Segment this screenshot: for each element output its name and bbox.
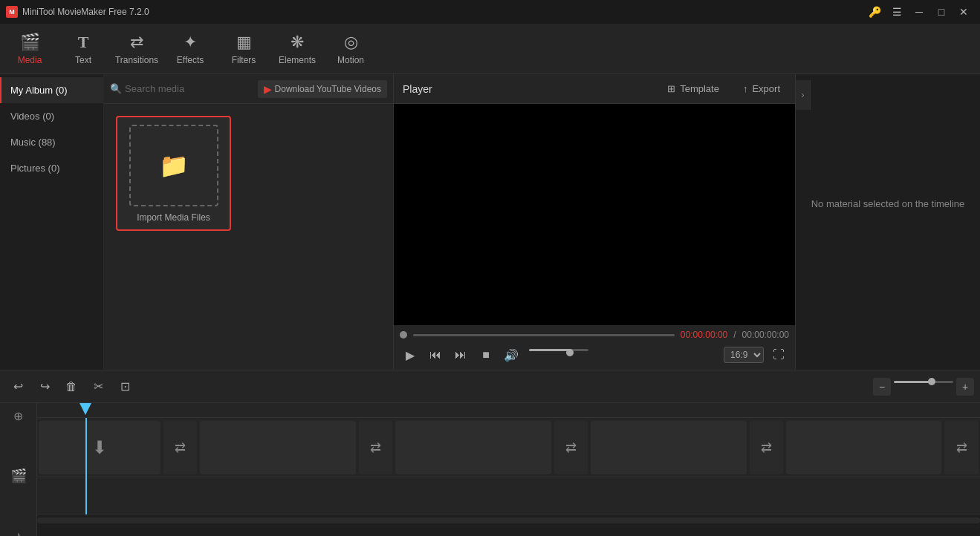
fullscreen-button[interactable]: ⛶ (768, 344, 789, 365)
transition-icon: ⇄ (565, 439, 577, 456)
youtube-download-button[interactable]: ▶ Download YouTube Videos (258, 80, 387, 98)
total-time: 00:00:00:00 (742, 330, 789, 340)
timeline-transition-0[interactable]: ⇄ (163, 421, 198, 474)
playhead-marker (79, 403, 91, 415)
toolbar-item-motion[interactable]: ◎ Motion (324, 26, 377, 72)
sidebar: My Album (0) Videos (0) Music (88) Pictu… (0, 74, 104, 370)
undo-button[interactable]: ↩ (6, 375, 30, 399)
maximize-button[interactable]: □ (931, 1, 952, 22)
toolbar-item-filters[interactable]: ▦ Filters (217, 26, 270, 72)
timeline-tracks-container: ⬇ ⇄ ⇄ ⇄ (37, 418, 980, 514)
timeline-transition-2[interactable]: ⇄ (554, 421, 588, 474)
progress-bar-container: 00:00:00:00 / 00:00:00:00 (400, 330, 789, 340)
player-title: Player (403, 83, 432, 95)
zoom-slider-thumb (928, 378, 935, 385)
timeline-transition-1[interactable]: ⇄ (359, 421, 393, 474)
menu-button[interactable]: ☰ (886, 1, 907, 22)
prev-frame-button[interactable]: ⏮ (425, 344, 446, 365)
collapse-panel-button[interactable]: › (796, 80, 811, 110)
delete-button[interactable]: 🗑 (59, 375, 83, 399)
current-time: 00:00:00:00 (681, 330, 727, 340)
sidebar-item-videos[interactable]: Videos (0) (0, 103, 103, 129)
progress-dot[interactable] (400, 331, 407, 339)
media-icon: 🎬 (20, 33, 40, 52)
youtube-icon: ▶ (264, 83, 272, 95)
zoom-in-button[interactable]: + (956, 378, 974, 396)
text-icon: T (78, 33, 89, 52)
key-icon[interactable]: 🔑 (864, 1, 885, 22)
controls-row: ▶ ⏮ ⏭ ■ 🔊 16:9 9:16 4:3 1:1 21:9 ⛶ (400, 344, 789, 365)
clip-download-icon: ⬇ (92, 437, 107, 458)
template-icon: ⊞ (667, 83, 675, 94)
music-track-row (37, 477, 980, 514)
export-label: Export (752, 83, 780, 94)
template-label: Template (680, 83, 719, 94)
media-panel: 🔍 Search media ▶ Download YouTube Videos… (104, 74, 393, 370)
aspect-ratio-select[interactable]: 16:9 9:16 4:3 1:1 21:9 (724, 347, 764, 363)
timeline-side: ⊕ 🎬 ♪ (0, 403, 37, 536)
timeline-transition-4[interactable]: ⇄ (944, 421, 979, 474)
zoom-out-button[interactable]: − (873, 378, 891, 396)
timeline-scrollbar[interactable] (37, 517, 980, 523)
video-area (394, 104, 795, 325)
redo-button[interactable]: ↪ (33, 375, 56, 399)
toolbar-label-text: Text (75, 55, 91, 65)
toolbar-label-filters: Filters (232, 55, 256, 65)
effects-icon: ✦ (184, 33, 197, 52)
toolbar-item-media[interactable]: 🎬 Media (3, 26, 56, 72)
right-panel-inner: › (796, 74, 980, 110)
transition-icon: ⇄ (956, 439, 967, 456)
search-icon: 🔍 (110, 83, 122, 94)
timeline-clip-2[interactable] (395, 421, 551, 474)
transitions-icon: ⇄ (130, 33, 143, 52)
sidebar-item-pictures[interactable]: Pictures (0) (0, 155, 103, 181)
zoom-slider-container[interactable] (894, 381, 953, 393)
sidebar-item-music[interactable]: Music (88) (0, 129, 103, 155)
timeline-clip-4[interactable] (786, 421, 941, 474)
crop-button[interactable]: ⊡ (113, 375, 137, 399)
minimize-button[interactable]: ─ (909, 1, 929, 22)
media-toolbar: 🔍 Search media ▶ Download YouTube Videos (104, 74, 393, 104)
title-bar: M MiniTool MovieMaker Free 7.2.0 🔑 ☰ ─ □… (0, 0, 980, 24)
video-track-icon: 🎬 (5, 468, 32, 484)
folder-icon: 📁 (159, 151, 189, 180)
progress-track[interactable] (413, 334, 675, 336)
toolbar-label-elements: Elements (279, 55, 316, 65)
volume-slider-track (529, 349, 588, 351)
timeline-clip-0[interactable]: ⬇ (39, 421, 160, 474)
toolbar-item-text[interactable]: T Text (56, 26, 110, 72)
toolbar-item-transitions[interactable]: ⇄ Transitions (110, 26, 163, 72)
timeline-transition-3[interactable]: ⇄ (750, 421, 784, 474)
play-button[interactable]: ▶ (400, 344, 421, 365)
timeline-clip-1[interactable] (200, 421, 355, 474)
split-button[interactable]: ✂ (86, 375, 110, 399)
search-container: 🔍 Search media (110, 83, 252, 94)
toolbar-item-elements[interactable]: ❋ Elements (270, 26, 324, 72)
import-media-card[interactable]: 📁 Import Media Files (116, 116, 231, 231)
volume-slider-thumb (566, 349, 574, 356)
close-button[interactable]: ✕ (953, 1, 974, 22)
next-frame-button[interactable]: ⏭ (450, 344, 471, 365)
toolbar-item-effects[interactable]: ✦ Effects (163, 26, 217, 72)
playhead[interactable] (85, 418, 87, 514)
transition-icon: ⇄ (370, 439, 381, 456)
timeline-main: ⬇ ⇄ ⇄ ⇄ (37, 403, 980, 536)
search-placeholder: Search media (125, 83, 184, 94)
motion-icon: ◎ (344, 33, 358, 52)
stop-button[interactable]: ■ (476, 344, 496, 365)
elements-icon: ❋ (291, 33, 304, 52)
audio-track-icon: ♪ (5, 529, 32, 536)
youtube-label: Download YouTube Videos (275, 84, 381, 94)
export-button[interactable]: ↑ Export (737, 80, 786, 97)
template-button[interactable]: ⊞ Template (661, 80, 725, 97)
volume-slider-container[interactable] (526, 349, 585, 361)
main-area: My Album (0) Videos (0) Music (88) Pictu… (0, 74, 980, 370)
import-card-inner: 📁 (129, 125, 218, 206)
toolbar: 🎬 Media T Text ⇄ Transitions ✦ Effects ▦… (0, 24, 980, 74)
transition-icon: ⇄ (761, 439, 772, 456)
sidebar-item-my-album[interactable]: My Album (0) (0, 77, 103, 103)
add-track-button[interactable]: ⊕ (5, 409, 32, 423)
toolbar-label-motion: Motion (337, 55, 364, 65)
timeline-clip-3[interactable] (591, 421, 746, 474)
volume-button[interactable]: 🔊 (501, 344, 522, 365)
